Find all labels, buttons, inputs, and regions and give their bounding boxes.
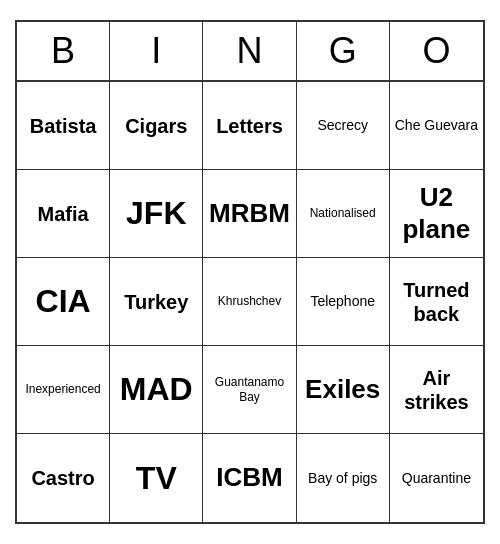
header-letter-o: O xyxy=(390,22,483,80)
cell-text-11: Turkey xyxy=(124,290,188,314)
header-letter-g: G xyxy=(297,22,390,80)
bingo-cell-5: Mafia xyxy=(17,170,110,258)
cell-text-15: Inexperienced xyxy=(25,382,100,396)
bingo-cell-16: MAD xyxy=(110,346,203,434)
cell-text-8: Nationalised xyxy=(310,206,376,220)
cell-text-2: Letters xyxy=(216,114,283,138)
cell-text-3: Secrecy xyxy=(317,117,368,134)
bingo-cell-8: Nationalised xyxy=(297,170,390,258)
cell-text-17: Guantanamo Bay xyxy=(207,375,291,404)
bingo-cell-21: TV xyxy=(110,434,203,522)
cell-text-6: JFK xyxy=(126,194,186,232)
bingo-cell-10: CIA xyxy=(17,258,110,346)
bingo-cell-3: Secrecy xyxy=(297,82,390,170)
bingo-card: BINGO BatistaCigarsLettersSecrecyChe Gue… xyxy=(15,20,485,524)
bingo-grid: BatistaCigarsLettersSecrecyChe GuevaraMa… xyxy=(17,82,483,522)
bingo-cell-19: Air strikes xyxy=(390,346,483,434)
cell-text-23: Bay of pigs xyxy=(308,470,377,487)
bingo-cell-13: Telephone xyxy=(297,258,390,346)
bingo-cell-1: Cigars xyxy=(110,82,203,170)
bingo-cell-20: Castro xyxy=(17,434,110,522)
bingo-cell-11: Turkey xyxy=(110,258,203,346)
cell-text-13: Telephone xyxy=(310,293,375,310)
cell-text-7: MRBM xyxy=(209,198,290,229)
bingo-cell-14: Turned back xyxy=(390,258,483,346)
cell-text-9: U2 plane xyxy=(394,182,479,244)
bingo-cell-24: Quarantine xyxy=(390,434,483,522)
cell-text-4: Che Guevara xyxy=(395,117,478,134)
bingo-cell-4: Che Guevara xyxy=(390,82,483,170)
bingo-cell-18: Exiles xyxy=(297,346,390,434)
cell-text-10: CIA xyxy=(36,282,91,320)
bingo-cell-15: Inexperienced xyxy=(17,346,110,434)
bingo-cell-17: Guantanamo Bay xyxy=(203,346,296,434)
cell-text-20: Castro xyxy=(31,466,94,490)
header-letter-b: B xyxy=(17,22,110,80)
header-letter-i: I xyxy=(110,22,203,80)
cell-text-21: TV xyxy=(136,459,177,497)
bingo-cell-7: MRBM xyxy=(203,170,296,258)
cell-text-14: Turned back xyxy=(394,278,479,326)
bingo-cell-23: Bay of pigs xyxy=(297,434,390,522)
bingo-cell-0: Batista xyxy=(17,82,110,170)
cell-text-24: Quarantine xyxy=(402,470,471,487)
bingo-cell-9: U2 plane xyxy=(390,170,483,258)
cell-text-22: ICBM xyxy=(216,462,282,493)
bingo-header: BINGO xyxy=(17,22,483,82)
cell-text-16: MAD xyxy=(120,370,193,408)
header-letter-n: N xyxy=(203,22,296,80)
bingo-cell-12: Khrushchev xyxy=(203,258,296,346)
cell-text-0: Batista xyxy=(30,114,97,138)
cell-text-18: Exiles xyxy=(305,374,380,405)
cell-text-5: Mafia xyxy=(38,202,89,226)
cell-text-12: Khrushchev xyxy=(218,294,281,308)
bingo-cell-6: JFK xyxy=(110,170,203,258)
bingo-cell-2: Letters xyxy=(203,82,296,170)
cell-text-1: Cigars xyxy=(125,114,187,138)
cell-text-19: Air strikes xyxy=(394,366,479,414)
bingo-cell-22: ICBM xyxy=(203,434,296,522)
